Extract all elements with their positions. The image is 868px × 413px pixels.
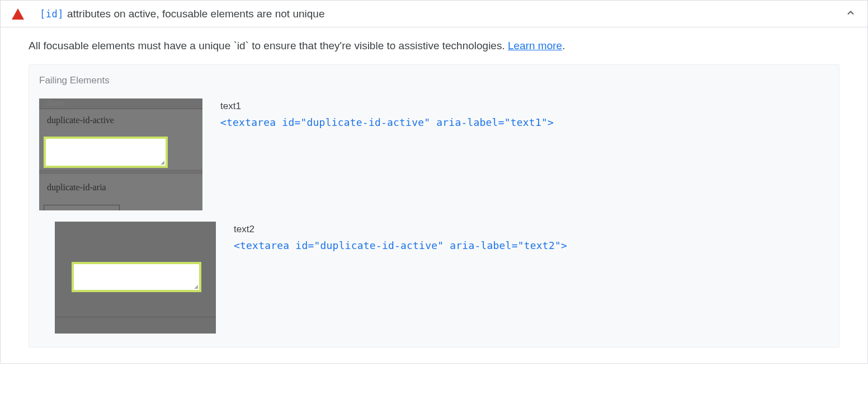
node-snippet: <textarea id="duplicate-id-active" aria-… xyxy=(220,116,829,128)
audit-desc-code: `id` xyxy=(234,40,249,51)
audit-desc-suf: to ensure that they're visible to assist… xyxy=(249,40,508,51)
node-info: text1 <textarea id="duplicate-id-active"… xyxy=(220,98,829,128)
audit-item: [id] attributes on active, focusable ele… xyxy=(0,0,868,364)
thumb-cut-label: ditem xyxy=(44,97,67,109)
failing-elements-title: Failing Elements xyxy=(29,73,839,93)
element-thumbnail xyxy=(55,222,216,334)
audit-title-code: [id] xyxy=(40,8,64,20)
element-thumbnail: ditem duplicate-id-active duplicate-id-a… xyxy=(39,98,202,210)
failing-elements-box: Failing Elements ditem duplicate-id-acti… xyxy=(29,64,839,348)
highlight-box xyxy=(44,137,168,168)
node-snippet: <textarea id="duplicate-id-active" aria-… xyxy=(234,240,829,251)
audit-description: All focusable elements must have a uniqu… xyxy=(29,40,839,52)
failing-element-row[interactable]: ditem duplicate-id-active duplicate-id-a… xyxy=(29,93,839,216)
thumb-label: duplicate-id-aria xyxy=(47,182,106,193)
audit-title: [id] attributes on active, focusable ele… xyxy=(40,8,845,20)
audit-header[interactable]: [id] attributes on active, focusable ele… xyxy=(1,1,867,27)
audit-title-text: attributes on active, focusable elements… xyxy=(67,8,325,20)
node-label: text1 xyxy=(220,101,829,112)
thumb-label: duplicate-id-active xyxy=(47,115,114,125)
learn-more-link[interactable]: Learn more xyxy=(508,40,562,51)
chevron-up-icon[interactable] xyxy=(845,7,856,20)
highlight-box xyxy=(72,262,201,292)
error-triangle-icon xyxy=(12,8,24,20)
audit-desc-pre: All focusable elements must have a uniqu… xyxy=(29,40,234,51)
audit-desc-period: . xyxy=(562,40,565,51)
failing-element-row[interactable]: text2 <textarea id="duplicate-id-active"… xyxy=(29,216,839,339)
node-label: text2 xyxy=(234,224,829,235)
audit-body: All focusable elements must have a uniqu… xyxy=(1,27,867,363)
node-info: text2 <textarea id="duplicate-id-active"… xyxy=(234,222,829,251)
